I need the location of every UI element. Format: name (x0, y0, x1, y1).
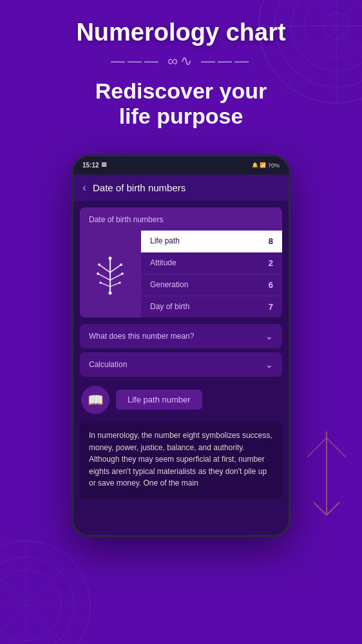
card-header: Date of birth numbers (80, 207, 282, 231)
row-label-life-path: Life path (150, 236, 180, 245)
life-path-badge[interactable]: Life path number (116, 390, 202, 410)
book-icon: 📖 (88, 392, 104, 408)
chevron-down-icon: ⌄ (265, 359, 273, 370)
back-button[interactable]: ‹ (82, 181, 86, 194)
battery-indicator: 70% (268, 162, 280, 169)
chevron-down-icon: ⌄ (265, 331, 273, 341)
svg-line-15 (0, 560, 71, 644)
status-bar: 15:12 🖼 🔔 📶 70% (73, 156, 289, 175)
svg-line-23 (99, 265, 110, 272)
row-value-generation: 6 (269, 280, 273, 290)
svg-line-25 (100, 283, 110, 287)
table-row[interactable]: Day of birth 7 (141, 296, 282, 317)
svg-point-10 (0, 541, 90, 644)
svg-point-36 (109, 291, 112, 294)
row-value-day-of-birth: 7 (269, 302, 273, 312)
svg-point-32 (99, 281, 102, 284)
dob-card: Date of birth numbers (80, 207, 282, 317)
accordion-meaning[interactable]: What does this number mean? ⌄ (80, 324, 282, 348)
svg-line-28 (110, 283, 120, 287)
status-time: 15:12 🖼 (82, 162, 106, 169)
row-value-life-path: 8 (269, 236, 273, 246)
svg-point-31 (97, 272, 99, 275)
svg-line-26 (110, 265, 121, 272)
card-header-label: Date of birth numbers (89, 215, 163, 224)
accordion-meaning-header[interactable]: What does this number mean? ⌄ (80, 324, 282, 348)
book-icon-button[interactable]: 📖 (81, 386, 110, 414)
table-row[interactable]: Attitude 2 (141, 252, 282, 274)
row-label-day-of-birth: Day of birth (150, 302, 189, 311)
svg-line-24 (98, 274, 110, 280)
accordion-calculation-header[interactable]: Calculation ⌄ (80, 352, 282, 377)
svg-point-12 (0, 570, 61, 641)
accordion-meaning-label: What does this number mean? (89, 332, 194, 341)
page-title: Numerology chart (13, 19, 349, 46)
accordion-calculation-label: Calculation (89, 360, 127, 369)
row-value-attitude: 2 (269, 258, 273, 268)
row-label-generation: Generation (150, 280, 188, 289)
svg-line-16 (0, 560, 71, 644)
status-icons: 🔔 📶 70% (252, 162, 280, 169)
svg-point-11 (0, 557, 74, 644)
svg-line-27 (110, 274, 122, 280)
svg-point-30 (98, 263, 100, 266)
description-text: In numerology, the number eight symboliz… (89, 430, 273, 489)
table-row[interactable]: Life path 8 (141, 231, 282, 252)
app-header: ‹ Date of birth numbers (73, 175, 289, 201)
svg-point-33 (120, 263, 122, 266)
divider-ornament: ——— ∞∿ ——— (13, 53, 349, 70)
tree-circuit-icon (93, 253, 128, 295)
description-section: In numerology, the number eight symboliz… (80, 423, 282, 498)
phone-screen: ‹ Date of birth numbers Date of birth nu… (73, 175, 289, 535)
accordion-calculation[interactable]: Calculation ⌄ (80, 352, 282, 377)
life-path-badge-label: Life path number (128, 395, 191, 404)
life-path-section: 📖 Life path number (80, 382, 282, 418)
svg-point-29 (109, 256, 112, 260)
svg-point-34 (121, 272, 124, 275)
header-title: Date of birth numbers (93, 182, 186, 193)
phone-frame: 15:12 🖼 🔔 📶 70% ‹ Date of birth numbers … (71, 155, 291, 537)
page-subtitle: Rediscover yourlife purpose (13, 79, 349, 129)
card-rows: Life path 8 Attitude 2 Generation 6 (141, 231, 282, 317)
table-row[interactable]: Generation 6 (141, 274, 282, 296)
card-icon-panel (80, 231, 141, 317)
card-body: Life path 8 Attitude 2 Generation 6 (80, 231, 282, 317)
row-label-attitude: Attitude (150, 258, 176, 267)
svg-point-35 (119, 281, 121, 284)
